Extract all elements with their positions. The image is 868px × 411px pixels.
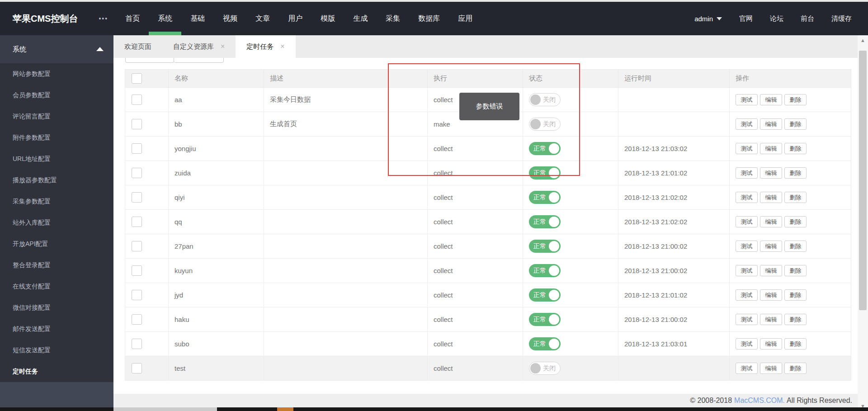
toolbar-button-cutoff[interactable] — [125, 58, 174, 63]
nav-item[interactable]: 视频 — [214, 2, 246, 35]
test-button[interactable]: 测试 — [736, 216, 758, 227]
edit-button[interactable]: 编辑 — [760, 94, 782, 105]
test-button[interactable]: 测试 — [736, 265, 758, 276]
row-checkbox[interactable] — [132, 168, 142, 178]
nav-item[interactable]: 采集 — [377, 2, 409, 35]
edit-button[interactable]: 编辑 — [760, 289, 782, 301]
user-menu[interactable]: admin — [694, 15, 722, 23]
edit-button[interactable]: 编辑 — [760, 143, 782, 154]
sidebar-item[interactable]: 评论留言配置 — [0, 106, 113, 127]
delete-button[interactable]: 删除 — [784, 241, 807, 252]
sidebar-item[interactable]: 开放API配置 — [0, 233, 113, 255]
topbar-link[interactable]: 官网 — [739, 14, 753, 23]
edit-button[interactable]: 编辑 — [760, 216, 782, 227]
delete-button[interactable]: 删除 — [784, 94, 807, 105]
edit-button[interactable]: 编辑 — [760, 338, 782, 350]
close-icon[interactable]: × — [280, 43, 284, 50]
test-button[interactable]: 测试 — [736, 314, 758, 325]
topbar-link[interactable]: 清缓存 — [831, 14, 852, 23]
edit-button[interactable]: 编辑 — [760, 167, 782, 179]
sidebar-item[interactable]: 在线支付配置 — [0, 276, 113, 297]
delete-button[interactable]: 删除 — [784, 338, 807, 350]
row-checkbox[interactable] — [132, 265, 142, 276]
test-button[interactable]: 测试 — [736, 94, 758, 105]
edit-button[interactable]: 编辑 — [760, 192, 782, 203]
status-toggle[interactable]: 关闭 — [529, 118, 561, 131]
sidebar-item[interactable]: 播放器参数配置 — [0, 170, 113, 191]
sidebar-item[interactable]: 会员参数配置 — [0, 85, 113, 106]
row-checkbox[interactable] — [132, 143, 142, 154]
status-toggle[interactable]: 正常 — [529, 191, 561, 204]
sidebar-item[interactable]: 采集参数配置 — [0, 191, 113, 212]
sidebar-item[interactable]: 网站参数配置 — [0, 63, 113, 85]
delete-button[interactable]: 删除 — [784, 192, 807, 203]
test-button[interactable]: 测试 — [736, 338, 758, 350]
row-checkbox[interactable] — [132, 119, 142, 129]
tab[interactable]: 定时任务× — [236, 35, 295, 58]
status-toggle[interactable]: 正常 — [529, 240, 561, 253]
delete-button[interactable]: 删除 — [784, 216, 807, 227]
sidebar-group-header[interactable]: 系统 — [0, 35, 113, 63]
row-checkbox[interactable] — [132, 192, 142, 203]
nav-item[interactable]: 应用 — [449, 2, 481, 35]
topbar-link[interactable]: 论坛 — [770, 14, 783, 23]
row-checkbox[interactable] — [132, 217, 142, 227]
tab[interactable]: 自定义资源库× — [162, 35, 236, 58]
status-toggle[interactable]: 正常 — [529, 313, 561, 326]
test-button[interactable]: 测试 — [736, 118, 758, 130]
nav-item[interactable]: 系统 — [149, 2, 181, 35]
edit-button[interactable]: 编辑 — [760, 265, 782, 276]
test-button[interactable]: 测试 — [736, 363, 758, 374]
row-checkbox[interactable] — [132, 314, 142, 325]
row-checkbox[interactable] — [132, 241, 142, 251]
nav-item[interactable]: 首页 — [116, 2, 149, 35]
footer-link[interactable]: MacCMS.COM. — [734, 397, 785, 405]
sidebar-item[interactable]: 整合登录配置 — [0, 255, 113, 276]
test-button[interactable]: 测试 — [736, 241, 758, 252]
edit-button[interactable]: 编辑 — [760, 241, 782, 252]
row-checkbox[interactable] — [132, 290, 142, 300]
status-toggle[interactable]: 正常 — [529, 142, 561, 155]
nav-item[interactable]: 生成 — [344, 2, 377, 35]
sidebar-item[interactable]: URL地址配置 — [0, 148, 113, 170]
status-toggle[interactable]: 关闭 — [529, 93, 561, 106]
sidebar-item[interactable]: 附件参数配置 — [0, 127, 113, 148]
status-toggle[interactable]: 正常 — [529, 166, 561, 180]
status-toggle[interactable]: 关闭 — [529, 362, 561, 375]
close-icon[interactable]: × — [221, 43, 225, 50]
nav-item[interactable]: 基础 — [181, 2, 214, 35]
row-checkbox[interactable] — [132, 94, 142, 105]
test-button[interactable]: 测试 — [736, 167, 758, 179]
edit-button[interactable]: 编辑 — [760, 118, 782, 130]
test-button[interactable]: 测试 — [736, 192, 758, 203]
topbar-link[interactable]: 前台 — [801, 14, 814, 23]
select-all-checkbox[interactable] — [132, 73, 142, 84]
nav-item[interactable]: 文章 — [246, 2, 279, 35]
sidebar-item[interactable]: 短信发送配置 — [0, 340, 113, 361]
delete-button[interactable]: 删除 — [784, 314, 807, 325]
nav-item[interactable]: 数据库 — [409, 2, 449, 35]
delete-button[interactable]: 删除 — [784, 363, 807, 374]
toolbar-button-cutoff[interactable] — [174, 58, 224, 63]
test-button[interactable]: 测试 — [736, 289, 758, 301]
delete-button[interactable]: 删除 — [784, 118, 807, 130]
status-toggle[interactable]: 正常 — [529, 215, 561, 228]
vertical-scrollbar[interactable]: ▲ ▼ — [858, 35, 868, 411]
delete-button[interactable]: 删除 — [784, 289, 807, 301]
scrollbar-thumb[interactable] — [859, 51, 867, 310]
row-checkbox[interactable] — [132, 339, 142, 349]
edit-button[interactable]: 编辑 — [760, 363, 782, 374]
more-menu-icon[interactable]: ••• — [99, 15, 108, 22]
delete-button[interactable]: 删除 — [784, 265, 807, 276]
delete-button[interactable]: 删除 — [784, 143, 807, 154]
sidebar-item[interactable]: 站外入库配置 — [0, 212, 113, 233]
scroll-up-icon[interactable]: ▲ — [858, 36, 868, 44]
status-toggle[interactable]: 正常 — [529, 337, 561, 350]
nav-item[interactable]: 用户 — [279, 2, 311, 35]
edit-button[interactable]: 编辑 — [760, 314, 782, 325]
status-toggle[interactable]: 正常 — [529, 264, 561, 277]
sidebar-item[interactable]: 定时任务 — [0, 361, 113, 382]
delete-button[interactable]: 删除 — [784, 167, 807, 179]
test-button[interactable]: 测试 — [736, 143, 758, 154]
tab[interactable]: 欢迎页面 — [113, 35, 162, 58]
